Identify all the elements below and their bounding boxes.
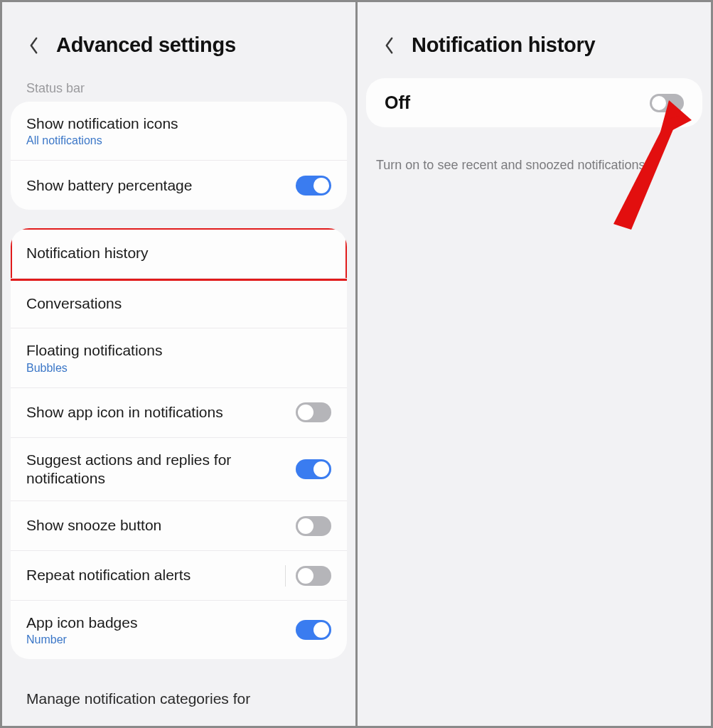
row-subtitle: All notifications bbox=[26, 134, 331, 147]
row-title: Show snooze button bbox=[26, 516, 296, 535]
row-notification-history[interactable]: Notification history bbox=[11, 228, 347, 278]
card-history-toggle: Off bbox=[366, 78, 702, 127]
back-button[interactable] bbox=[379, 36, 399, 55]
row-subtitle: Number bbox=[26, 633, 296, 646]
toggle-show-snooze[interactable] bbox=[296, 516, 331, 536]
history-state-label: Off bbox=[385, 92, 410, 113]
row-title: Notification history bbox=[26, 244, 331, 262]
chevron-left-icon bbox=[28, 36, 39, 55]
row-suggest-actions[interactable]: Suggest actions and replies for notifica… bbox=[11, 437, 347, 501]
screen-notification-history: Notification history Off Turn on to see … bbox=[358, 2, 711, 726]
toggle-notification-history[interactable] bbox=[650, 94, 684, 112]
row-show-battery-percentage[interactable]: Show battery percentage bbox=[11, 160, 347, 210]
section-label-status-bar: Status bar bbox=[2, 74, 355, 102]
header: Notification history bbox=[358, 2, 711, 74]
row-cutoff: Manage notification categories for bbox=[2, 678, 355, 707]
header: Advanced settings bbox=[2, 2, 355, 74]
row-conversations[interactable]: Conversations bbox=[11, 278, 347, 328]
page-title: Advanced settings bbox=[56, 33, 236, 57]
screen-advanced-settings: Advanced settings Status bar Show notifi… bbox=[2, 2, 355, 726]
row-show-notification-icons[interactable]: Show notification icons All notification… bbox=[11, 102, 347, 160]
row-floating-notifications[interactable]: Floating notifications Bubbles bbox=[11, 328, 347, 387]
toggle-app-icon-badges[interactable] bbox=[296, 620, 331, 640]
row-show-app-icon[interactable]: Show app icon in notifications bbox=[11, 387, 347, 437]
toggle-suggest-actions[interactable] bbox=[296, 459, 331, 479]
toggle-battery-percentage[interactable] bbox=[296, 176, 331, 196]
toggle-show-app-icon[interactable] bbox=[296, 402, 331, 422]
card-notifications: Notification history Conversations Float… bbox=[11, 228, 347, 659]
row-title: Show battery percentage bbox=[26, 176, 296, 195]
row-app-icon-badges[interactable]: App icon badges Number bbox=[11, 600, 347, 659]
row-title: Conversations bbox=[26, 294, 331, 313]
row-title: Show notification icons bbox=[26, 114, 331, 133]
row-title: Show app icon in notifications bbox=[26, 403, 296, 422]
page-title: Notification history bbox=[412, 33, 595, 57]
row-title: Floating notifications bbox=[26, 341, 331, 360]
row-history-state[interactable]: Off bbox=[366, 78, 702, 127]
row-title: App icon badges bbox=[26, 614, 296, 632]
row-title: Suggest actions and replies for notifica… bbox=[26, 451, 296, 488]
row-subtitle: Bubbles bbox=[26, 362, 331, 375]
divider bbox=[285, 565, 286, 587]
back-button[interactable] bbox=[23, 36, 43, 55]
history-hint: Turn on to see recent and snoozed notifi… bbox=[358, 146, 711, 173]
chevron-left-icon bbox=[384, 36, 395, 55]
card-status-bar: Show notification icons All notification… bbox=[11, 102, 347, 210]
row-repeat-alerts[interactable]: Repeat notification alerts bbox=[11, 550, 347, 600]
row-show-snooze-button[interactable]: Show snooze button bbox=[11, 500, 347, 550]
toggle-repeat-alerts[interactable] bbox=[296, 566, 331, 586]
row-title: Repeat notification alerts bbox=[26, 566, 285, 584]
